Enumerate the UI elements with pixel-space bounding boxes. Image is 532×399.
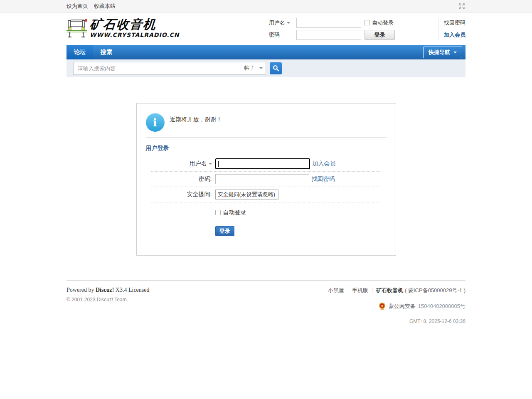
icp-number: ( 蒙ICP备05000029号-1 )	[405, 287, 466, 294]
auto-login-checkbox[interactable]: 自动登录	[215, 209, 246, 217]
topbar-inner: 设为首页 收藏本站	[66, 0, 466, 12]
copyright-text: © 2001-2023 Discuz! Team.	[66, 297, 149, 303]
fullscreen-icon[interactable]	[458, 2, 466, 10]
username-label: 用户名	[151, 160, 215, 167]
licensed-link[interactable]: Licensed	[128, 287, 150, 293]
header-auto-login-checkbox[interactable]: 自动登录	[365, 19, 433, 27]
police-registration-row: 蒙公网安备 15040402000005号	[328, 302, 466, 310]
notice-box: i 近期将开放，谢谢！	[137, 103, 396, 137]
search-scope-label: 帖子	[244, 64, 255, 72]
password-input[interactable]	[215, 174, 309, 184]
username-row: 用户名 加入会员	[151, 156, 381, 172]
timezone-timestamp: GMT+8, 2025-12-6 03:26	[328, 318, 466, 324]
footer-left: Powered by Discuz! X3.4 Licensed © 2001-…	[66, 287, 149, 324]
password-label-text: 密码:	[199, 175, 212, 183]
lost-password-link[interactable]: 找回密码	[312, 175, 335, 183]
mobile-version-link[interactable]: 手机版	[352, 287, 368, 294]
set-home-link[interactable]: 设为首页	[66, 2, 88, 10]
header-username-label-text: 用户名	[269, 19, 285, 27]
notice-message: 近期将开放，谢谢！	[170, 116, 222, 132]
info-icon: i	[146, 113, 165, 132]
auto-login-row: 自动登录	[151, 205, 381, 220]
lost-password-link[interactable]: 找回密码	[444, 19, 466, 27]
logo-text: 矿石收音机 WWW.CRYSTALRADIO.CN	[90, 18, 180, 38]
header-login-area: 用户名 自动登录 密码 登录 找回密码 加入会员	[269, 18, 466, 40]
discuz-link[interactable]: Discuz!	[96, 287, 114, 293]
search-strip: 帖子	[66, 59, 466, 77]
logo-url: WWW.CRYSTALRADIO.CN	[90, 32, 180, 38]
header-login-button-cell: 登录	[362, 30, 433, 40]
header-username-input[interactable]	[296, 18, 361, 28]
chevron-down-icon[interactable]	[287, 22, 290, 25]
footer-links: 小黑屋 手机版 矿石收音机 ( 蒙ICP备05000029号-1 )	[328, 287, 466, 294]
checkbox-icon[interactable]	[365, 20, 370, 25]
text-cursor	[218, 161, 219, 167]
footer-divider	[348, 288, 348, 293]
header-password-input[interactable]	[296, 30, 361, 40]
header-login-button[interactable]: 登录	[365, 30, 395, 40]
login-button-row: 登录	[215, 226, 381, 236]
site-name-link[interactable]: 矿石收音机	[376, 287, 403, 294]
police-registration-number: 15040402000005号	[418, 303, 466, 310]
search-icon	[273, 65, 279, 71]
login-panel-title: 用户登录	[137, 138, 396, 156]
footer-divider	[372, 288, 372, 293]
checkbox-icon[interactable]	[215, 210, 221, 215]
login-button[interactable]: 登录	[215, 226, 234, 236]
nav-divider	[124, 49, 124, 56]
quick-nav-label: 快捷导航	[429, 49, 450, 56]
site-logo[interactable]: 矿石收音机 WWW.CRYSTALRADIO.CN	[66, 18, 180, 39]
chevron-down-icon[interactable]	[209, 163, 212, 166]
nav-tab-search[interactable]: 搜索	[93, 45, 120, 59]
security-question-row: 安全提问: 安全提问(未设置请忽略)	[151, 187, 381, 202]
username-input[interactable]	[215, 158, 310, 169]
chevron-down-icon	[259, 67, 263, 71]
police-registration-link[interactable]: 蒙公网安备	[389, 303, 416, 310]
darkroom-link[interactable]: 小黑屋	[328, 287, 344, 294]
auto-login-label: 自动登录	[223, 209, 246, 217]
chevron-down-icon	[453, 52, 457, 55]
header-username-label: 用户名	[269, 19, 296, 27]
header-password-label: 密码	[269, 31, 296, 39]
security-question-select[interactable]: 安全提问(未设置请忽略)	[215, 190, 278, 200]
discuz-version: X3.4	[116, 287, 127, 293]
login-panel: i 近期将开放，谢谢！ 用户登录 用户名 加入会员 密码: 找回密码 安全提	[136, 103, 396, 256]
register-link[interactable]: 加入会员	[313, 160, 336, 167]
bookmark-link[interactable]: 收藏本站	[94, 2, 116, 10]
police-badge-icon	[378, 302, 386, 310]
header-links: 找回密码 加入会员	[438, 18, 466, 39]
security-question-label: 安全提问:	[151, 191, 215, 198]
security-question-value: 安全提问(未设置请忽略)	[218, 191, 276, 198]
header-login-form: 用户名 自动登录 密码 登录	[269, 18, 433, 40]
register-link[interactable]: 加入会员	[444, 31, 466, 39]
password-label: 密码:	[151, 175, 215, 183]
powered-by-line: Powered by Discuz! X3.4 Licensed	[66, 287, 149, 293]
main-nav: 论坛 搜索 快捷导航	[66, 45, 466, 59]
site-header: 矿石收音机 WWW.CRYSTALRADIO.CN 用户名 自动登录 密码 登录	[66, 12, 466, 45]
login-form: 用户名 加入会员 密码: 找回密码 安全提问: 安全提问(未设置请忽略)	[137, 156, 396, 236]
search-input[interactable]	[74, 62, 241, 74]
header-auto-login-label: 自动登录	[372, 19, 394, 27]
footer-right: 小黑屋 手机版 矿石收音机 ( 蒙ICP备05000029号-1 ) 蒙公网安备…	[328, 287, 466, 324]
password-row: 密码: 找回密码	[151, 172, 381, 187]
header-password-label-text: 密码	[269, 31, 280, 39]
crystal-radio-logo-icon	[66, 18, 88, 39]
logo-title: 矿石收音机	[89, 18, 180, 31]
search-scope-dropdown[interactable]: 帖子	[241, 62, 266, 74]
nav-tab-forum[interactable]: 论坛	[66, 45, 93, 59]
username-input-wrap	[215, 158, 310, 169]
footer: Powered by Discuz! X3.4 Licensed © 2001-…	[66, 280, 466, 337]
powered-by-text: Powered by	[66, 287, 94, 293]
username-label-text: 用户名	[190, 160, 207, 167]
topbar: 设为首页 收藏本站	[0, 0, 532, 12]
security-question-label-text: 安全提问:	[187, 191, 212, 198]
search-box: 帖子	[73, 62, 266, 75]
quick-nav-button[interactable]: 快捷导航	[423, 47, 462, 58]
search-button[interactable]	[270, 62, 282, 74]
